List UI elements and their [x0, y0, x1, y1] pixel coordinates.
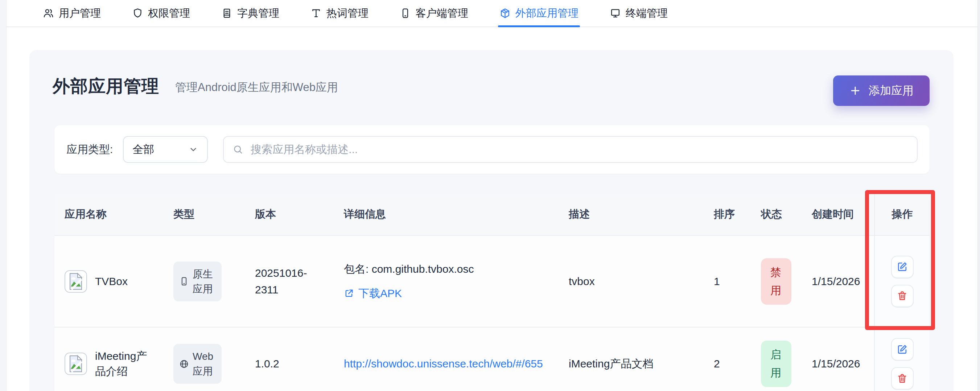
table-row: TVBox 原生应用 20251016-2311 包名: com.github.… [54, 236, 929, 327]
app-type-badge: 原生应用 [173, 262, 222, 301]
tab-permission-management[interactable]: 权限管理 [132, 0, 190, 27]
panel-header: 外部应用管理 管理Android原生应用和Web应用 [52, 75, 338, 98]
column-header-created: 创建时间 [802, 194, 874, 235]
app-type-selected-value: 全部 [132, 142, 154, 157]
app-created-date: 1/15/2026 [802, 236, 874, 327]
edit-icon [897, 261, 908, 272]
monitor-icon [610, 8, 621, 19]
plus-icon [849, 84, 861, 97]
search-input[interactable] [250, 143, 908, 156]
edit-icon [897, 344, 908, 355]
row-actions [874, 236, 929, 327]
column-header-description: 描述 [558, 194, 704, 235]
filter-bar: 应用类型: 全部 [54, 125, 929, 174]
tab-label: 用户管理 [59, 6, 101, 21]
app-sort: 2 [704, 327, 751, 391]
page-title: 外部应用管理 [52, 75, 159, 98]
app-sort: 1 [704, 236, 751, 327]
app-url-link[interactable]: http://showdoc.unissense.tech/web/#/655 [344, 358, 543, 370]
tab-user-management[interactable]: 用户管理 [43, 0, 101, 27]
top-tab-bar: 用户管理 权限管理 字典管理 热词管理 客户端管理 外部应用管理 终端管理 [6, 0, 977, 27]
package-icon [500, 8, 511, 19]
search-box [223, 136, 918, 163]
add-app-button[interactable]: 添加应用 [833, 75, 929, 106]
scrollbar-track[interactable] [977, 0, 980, 391]
tab-dictionary-management[interactable]: 字典管理 [221, 0, 279, 27]
search-icon [232, 144, 243, 155]
text-icon [310, 8, 322, 19]
trash-icon [897, 290, 908, 301]
add-app-button-label: 添加应用 [869, 83, 914, 98]
status-badge: 启用 [761, 340, 791, 387]
globe-icon [179, 359, 189, 369]
app-type-label: 应用类型: [66, 142, 113, 157]
external-app-panel: 外部应用管理 管理Android原生应用和Web应用 添加应用 应用类型: 全部… [29, 50, 953, 391]
app-version: 1.0.2 [255, 356, 279, 372]
status-badge: 禁用 [761, 258, 791, 305]
column-header-details: 详细信息 [334, 194, 558, 235]
users-icon [43, 8, 54, 19]
chevron-down-icon [188, 145, 198, 154]
app-type-label: 原生应用 [192, 267, 216, 296]
tab-label: 客户端管理 [416, 6, 468, 21]
column-header-version: 版本 [245, 194, 334, 235]
app-name: iMeeting产品介绍 [95, 348, 158, 379]
window-edge-left [0, 0, 6, 391]
app-type-badge: Web应用 [173, 344, 222, 384]
column-header-sort: 排序 [704, 194, 751, 235]
tab-label: 热词管理 [326, 6, 369, 21]
app-type-label: Web应用 [192, 349, 216, 379]
trash-icon [897, 373, 908, 384]
app-type-select[interactable]: 全部 [123, 136, 208, 163]
download-apk-link[interactable]: 下载APK [344, 286, 402, 301]
column-header-actions: 操作 [874, 194, 929, 235]
shield-icon [132, 8, 143, 19]
smartphone-icon [179, 277, 189, 286]
page-subtitle: 管理Android原生应用和Web应用 [175, 78, 338, 95]
tab-label: 终端管理 [626, 6, 668, 21]
app-table: 应用名称 类型 版本 详细信息 描述 排序 状态 创建时间 操作 [54, 194, 929, 391]
package-name: 包名: com.github.tvbox.osc [344, 262, 474, 277]
table-header-row: 应用名称 类型 版本 详细信息 描述 排序 状态 创建时间 操作 [54, 194, 929, 236]
table-row: iMeeting产品介绍 Web应用 1.0.2 http://showdoc.… [54, 327, 929, 391]
app-description: iMeeting产品文档 [558, 327, 704, 391]
external-link-icon [344, 288, 354, 299]
smartphone-icon [400, 8, 411, 19]
edit-button[interactable] [891, 256, 914, 278]
tab-external-app-management[interactable]: 外部应用管理 [500, 0, 579, 27]
delete-button[interactable] [891, 367, 914, 389]
row-actions [874, 327, 929, 391]
broken-image-icon [65, 353, 87, 375]
edit-button[interactable] [891, 338, 914, 361]
app-description: tvbox [558, 236, 704, 327]
app-version: 20251016-2311 [255, 265, 320, 298]
app-name: TVBox [95, 274, 128, 289]
delete-button[interactable] [891, 285, 914, 307]
column-header-status: 状态 [751, 194, 802, 235]
tab-label: 字典管理 [237, 6, 279, 21]
column-header-name: 应用名称 [54, 194, 163, 235]
tab-client-management[interactable]: 客户端管理 [400, 0, 468, 27]
dictionary-icon [221, 8, 232, 19]
tab-hotword-management[interactable]: 热词管理 [310, 0, 369, 27]
column-header-type: 类型 [163, 194, 245, 235]
tab-label: 外部应用管理 [515, 6, 579, 21]
app-created-date: 1/15/2026 [802, 327, 874, 391]
tab-label: 权限管理 [148, 6, 190, 21]
broken-image-icon [65, 270, 87, 293]
download-apk-link-label: 下载APK [358, 286, 402, 301]
tab-terminal-management[interactable]: 终端管理 [610, 0, 668, 27]
